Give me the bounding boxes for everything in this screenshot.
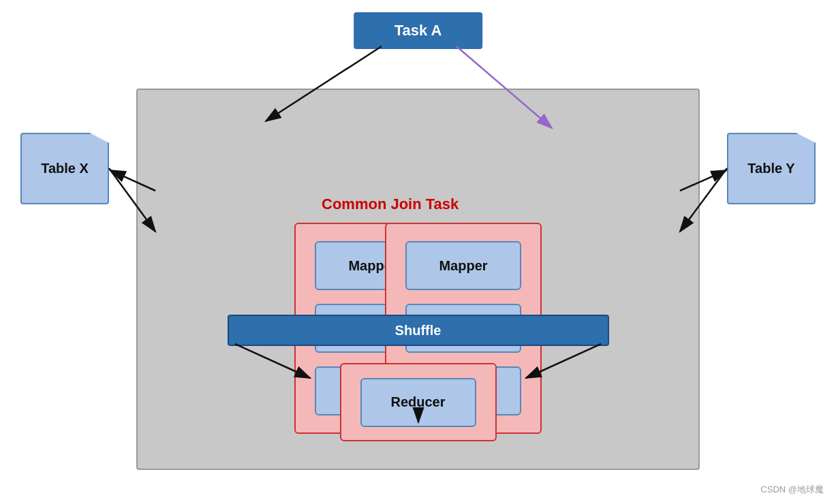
diagram-container: Task A Common Join Task Mapper Mapper Ma…	[0, 0, 836, 504]
reducer-box: Reducer	[360, 378, 476, 427]
mapper-box-right-1: Mapper	[405, 241, 521, 290]
task-a-box: Task A	[354, 12, 483, 49]
main-box: Common Join Task Mapper Mapper Mapper Ma…	[136, 89, 700, 470]
watermark: CSDN @地球魔	[760, 484, 824, 496]
reducer-group: Reducer	[340, 363, 497, 441]
table-y: Table Y	[727, 133, 816, 204]
table-x: Table X	[20, 133, 109, 204]
shuffle-bar: Shuffle	[228, 315, 609, 346]
common-join-label: Common Join Task	[322, 195, 459, 213]
